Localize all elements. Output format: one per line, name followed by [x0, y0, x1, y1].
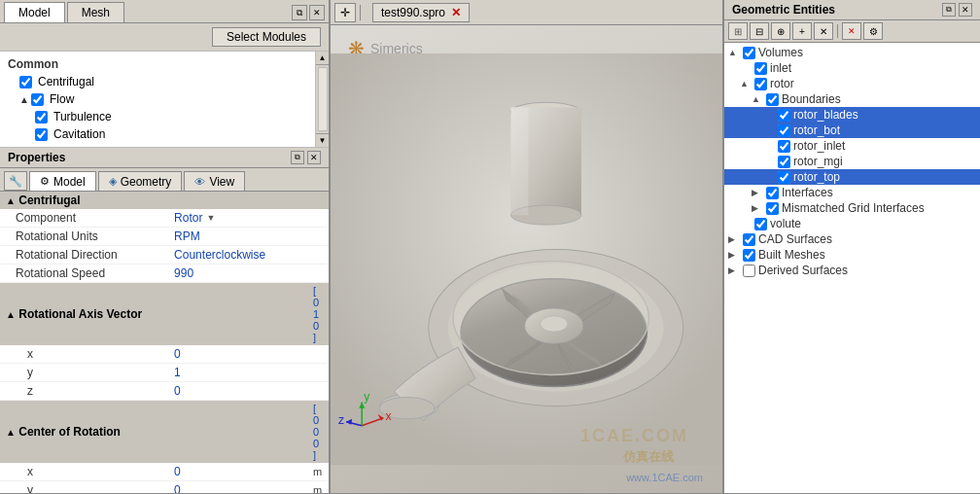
svg-point-11 [453, 262, 649, 375]
section-axis-row[interactable]: ▲ Rotational Axis Vector [ 0 1 0 ] [0, 283, 329, 346]
tree-item-rotor_top[interactable]: rotor_top [724, 169, 980, 185]
scrollbar-up[interactable]: ▲ [316, 52, 330, 65]
tree-expand-interfaces[interactable]: ▶ [752, 188, 763, 197]
tree-checkbox-mgi[interactable] [766, 202, 779, 215]
tree-checkbox-built_meshes[interactable] [743, 249, 755, 262]
tree-expand-volumes[interactable]: ▲ [728, 48, 740, 57]
geo-tool-7[interactable]: ⚙ [863, 22, 883, 40]
viewport-3d: x y z [331, 25, 722, 493]
axis-y-value[interactable]: 1 [168, 364, 309, 382]
component-value[interactable]: Rotor ▼ [168, 209, 309, 228]
tree-checkbox-boundaries[interactable] [766, 93, 779, 106]
tree-checkbox-cad_surfaces[interactable] [743, 233, 755, 246]
tab-model[interactable]: Model [4, 2, 65, 22]
tree-label-rotor_top: rotor_top [793, 170, 840, 184]
tree-expand-boundaries[interactable]: ▲ [752, 94, 763, 104]
center-x-value[interactable]: 0 [168, 463, 309, 481]
axis-x-value[interactable]: 0 [168, 345, 309, 364]
close-panel-icon[interactable]: ✕ [309, 5, 325, 20]
tree-item-cad_surfaces[interactable]: ▶CAD Surfaces [724, 231, 980, 247]
tree-item-boundaries[interactable]: ▲Boundaries [724, 91, 980, 107]
tab-mesh[interactable]: Mesh [67, 2, 124, 22]
tree-checkbox-rotor_top[interactable] [778, 171, 790, 184]
props-icon-btn[interactable]: 🔧 [4, 171, 27, 191]
row-axis-x: x 0 [0, 345, 329, 364]
tree-checkbox-interfaces[interactable] [766, 187, 779, 199]
geo-tool-1[interactable]: ⊞ [728, 22, 748, 40]
properties-close-icon[interactable]: ✕ [307, 151, 321, 164]
tree-checkbox-rotor[interactable] [754, 78, 767, 90]
speed-label: Rotational Speed [0, 265, 168, 283]
tree-checkbox-volumes[interactable] [743, 47, 755, 59]
module-turbulence[interactable]: Turbulence [0, 108, 315, 125]
geo-tool-6[interactable]: ✕ [842, 22, 861, 40]
section-centrifugal-row[interactable]: ▲ Centrifugal [0, 192, 329, 209]
axis-z-label: z [0, 382, 168, 401]
float-icon[interactable]: ⧉ [292, 5, 307, 20]
geo-tool-2[interactable]: ⊟ [750, 22, 769, 40]
tree-item-inlet[interactable]: inlet [724, 60, 980, 76]
geo-close-icon[interactable]: ✕ [959, 3, 972, 17]
tree-expand-mgi[interactable]: ▶ [752, 203, 763, 213]
tab-props-model[interactable]: ⚙ Model [29, 171, 96, 191]
tree-item-rotor_inlet[interactable]: rotor_inlet [724, 138, 980, 154]
row-axis-y: y 1 [0, 364, 329, 382]
section-center-row[interactable]: ▲ Center of Rotation [ 0 0 0 ] [0, 401, 329, 464]
direction-value[interactable]: Counterclockwise [168, 246, 309, 265]
tab-props-geometry[interactable]: ◈ Geometry [98, 171, 183, 191]
section-center-label: Center of Rotation [18, 425, 121, 439]
tree-item-derived_surfaces[interactable]: ▶Derived Surfaces [724, 263, 980, 278]
row-speed: Rotational Speed 990 [0, 265, 329, 283]
direction-label: Rotational Direction [0, 246, 168, 265]
geo-float-icon[interactable]: ⧉ [942, 3, 956, 17]
center-y-label: y [0, 481, 168, 494]
tree-item-mgi[interactable]: ▶Mismatched Grid Interfaces [724, 200, 980, 216]
file-close-icon[interactable]: ✕ [451, 6, 461, 19]
tree-expand-cad_surfaces[interactable]: ▶ [728, 234, 740, 244]
tree-checkbox-rotor_inlet[interactable] [778, 140, 790, 153]
center-y-value[interactable]: 0 [168, 481, 309, 494]
tree-label-rotor_mgi: rotor_mgi [793, 155, 843, 168]
tree-item-rotor_blades[interactable]: rotor_blades [724, 107, 980, 123]
tree-label-cad_surfaces: CAD Surfaces [758, 232, 832, 246]
tree-label-volute: volute [770, 217, 801, 230]
tree-item-rotor[interactable]: ▲rotor [724, 76, 980, 91]
scrollbar-down[interactable]: ▼ [316, 133, 330, 147]
tree-label-derived_surfaces: Derived Surfaces [758, 264, 848, 277]
tree-checkbox-derived_surfaces[interactable] [743, 265, 755, 277]
row-center-x: x 0 m [0, 463, 329, 481]
tree-checkbox-volute[interactable] [754, 218, 767, 230]
tree-item-volumes[interactable]: ▲Volumes [724, 45, 980, 60]
tree-item-rotor_bot[interactable]: rotor_bot [724, 123, 980, 138]
speed-value[interactable]: 990 [168, 265, 309, 283]
module-flow[interactable]: ▲ Flow [0, 90, 315, 108]
file-title: test990.spro [381, 6, 445, 19]
tree-item-volute[interactable]: volute [724, 216, 980, 231]
tree-expand-built_meshes[interactable]: ▶ [728, 250, 740, 260]
tree-label-interfaces: Interfaces [782, 186, 833, 199]
move-icon[interactable]: ✛ [334, 3, 356, 22]
tree-expand-derived_surfaces[interactable]: ▶ [728, 265, 740, 275]
tree-checkbox-rotor_mgi[interactable] [778, 156, 790, 168]
cavitation-label: Cavitation [53, 127, 105, 141]
tree-checkbox-rotor_blades[interactable] [778, 109, 790, 122]
select-modules-button[interactable]: Select Modules [212, 27, 321, 47]
tree-item-built_meshes[interactable]: ▶Built Meshes [724, 247, 980, 263]
tab-props-view[interactable]: 👁 View [184, 171, 245, 191]
tree-checkbox-inlet[interactable] [754, 62, 767, 75]
geo-tool-5[interactable]: ✕ [814, 22, 833, 40]
tree-label-rotor_bot: rotor_bot [793, 124, 840, 137]
geo-tool-3[interactable]: ⊕ [771, 22, 790, 40]
tree-item-rotor_mgi[interactable]: rotor_mgi [724, 154, 980, 169]
properties-float-icon[interactable]: ⧉ [291, 151, 304, 164]
axis-z-value[interactable]: 0 [168, 382, 309, 401]
geo-tool-4[interactable]: + [792, 22, 812, 40]
units-value[interactable]: RPM [168, 228, 309, 246]
axis-x-label: x [0, 345, 168, 364]
tree-checkbox-rotor_bot[interactable] [778, 124, 790, 137]
tree-expand-rotor[interactable]: ▲ [740, 79, 752, 88]
tree-item-interfaces[interactable]: ▶Interfaces [724, 185, 980, 200]
module-cavitation[interactable]: Cavitation [0, 125, 315, 143]
axis-y-label: y [0, 364, 168, 382]
module-centrifugal[interactable]: Centrifugal [0, 73, 315, 90]
